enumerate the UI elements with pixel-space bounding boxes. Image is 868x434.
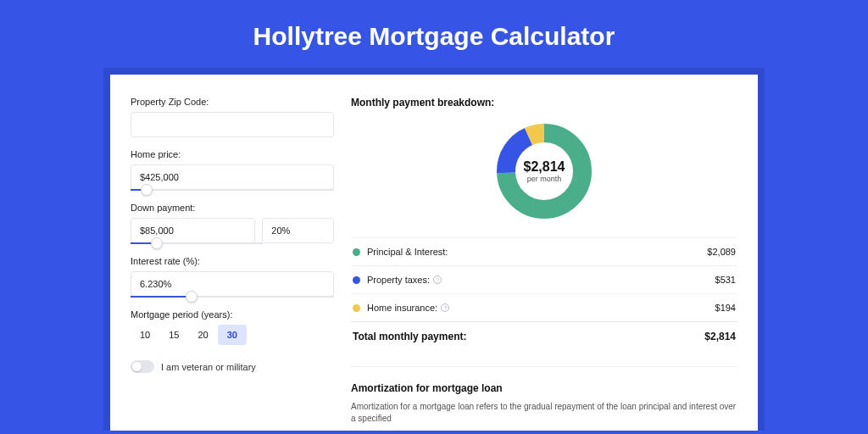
legend: Principal & Interest:$2,089Property taxe… (351, 237, 737, 321)
card-shadow: Property Zip Code: Home price: Down paym… (103, 68, 765, 431)
interest-slider-thumb[interactable] (186, 291, 198, 303)
home-price-slider-thumb[interactable] (141, 184, 153, 196)
down-payment-percent-input[interactable] (262, 218, 334, 243)
legend-label: Property taxes:? (367, 275, 715, 285)
period-buttons: 10152030 (131, 325, 334, 345)
legend-label: Home insurance:? (367, 303, 715, 313)
legend-value: $2,089 (707, 247, 736, 257)
period-button-30[interactable]: 30 (218, 325, 247, 345)
breakdown-title: Monthly payment breakdown: (351, 97, 737, 108)
interest-slider[interactable] (131, 296, 334, 298)
total-row: Total monthly payment: $2,814 (351, 321, 737, 351)
field-down-payment: Down payment: (131, 203, 334, 244)
breakdown-panel: Monthly payment breakdown: $2,814 per mo… (351, 97, 737, 431)
down-payment-amount-input[interactable] (131, 218, 255, 243)
period-button-20[interactable]: 20 (189, 325, 218, 345)
info-icon[interactable]: ? (441, 303, 449, 312)
period-button-10[interactable]: 10 (131, 325, 159, 345)
info-icon[interactable]: ? (433, 275, 442, 284)
legend-dot (353, 276, 360, 284)
legend-row: Property taxes:?$531 (351, 265, 737, 293)
zip-label: Property Zip Code: (131, 97, 334, 107)
donut-amount: $2,814 (524, 159, 565, 175)
field-home-price: Home price: (131, 149, 334, 191)
veteran-label: I am veteran or military (161, 362, 256, 372)
interest-input[interactable] (131, 271, 334, 297)
period-label: Mortgage period (years): (131, 309, 334, 320)
form-panel: Property Zip Code: Home price: Down paym… (131, 97, 334, 431)
down-payment-slider-thumb[interactable] (151, 237, 163, 249)
donut-center: $2,814 per month (493, 120, 595, 222)
down-payment-label: Down payment: (131, 203, 334, 213)
donut-wrap: $2,814 per month (351, 120, 737, 222)
donut-sub: per month (527, 175, 562, 183)
total-value: $2,814 (704, 331, 736, 342)
period-button-15[interactable]: 15 (159, 325, 188, 345)
payment-donut-chart: $2,814 per month (493, 120, 595, 222)
legend-row: Home insurance:?$194 (351, 293, 737, 321)
page-title: Hollytree Mortgage Calculator (0, 0, 868, 68)
interest-label: Interest rate (%): (131, 256, 334, 266)
field-interest: Interest rate (%): (131, 256, 334, 298)
legend-label: Principal & Interest: (367, 247, 707, 257)
down-payment-slider[interactable] (131, 242, 263, 244)
legend-value: $194 (715, 303, 736, 313)
veteran-toggle[interactable] (131, 360, 154, 373)
amortization-text: Amortization for a mortgage loan refers … (351, 401, 737, 425)
legend-value: $531 (715, 275, 736, 285)
veteran-row: I am veteran or military (131, 360, 334, 373)
legend-row: Principal & Interest:$2,089 (351, 237, 737, 265)
field-zip: Property Zip Code: (131, 97, 334, 137)
zip-input[interactable] (131, 112, 334, 137)
home-price-input[interactable] (131, 164, 334, 190)
legend-dot (353, 248, 360, 256)
calculator-card: Property Zip Code: Home price: Down paym… (110, 75, 758, 431)
total-label: Total monthly payment: (353, 331, 704, 342)
field-period: Mortgage period (years): 10152030 (131, 309, 334, 345)
legend-dot (353, 304, 360, 312)
home-price-slider[interactable] (131, 189, 334, 191)
amortization-title: Amortization for mortgage loan (351, 366, 737, 394)
home-price-label: Home price: (131, 149, 334, 159)
